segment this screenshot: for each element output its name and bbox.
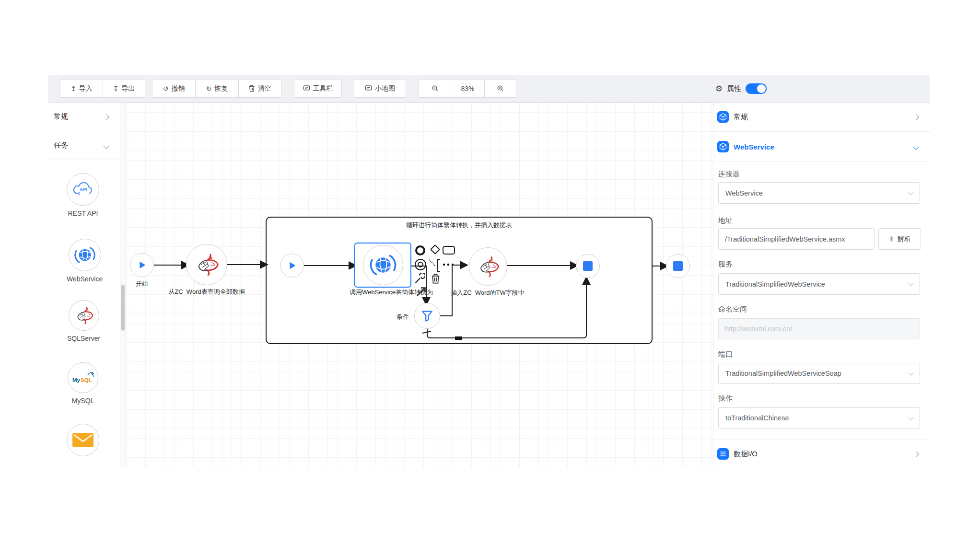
condition-node-label: 条件 (397, 313, 409, 321)
panel-section-webservice[interactable]: WebService (713, 132, 930, 162)
panel-section-data-io[interactable]: 数据I/O (713, 440, 930, 467)
insert-node-label: 插入ZC_Word的TW字段中 (451, 289, 525, 297)
chevron-down-icon (104, 141, 108, 150)
namespace-field-label: 命名空间 (718, 305, 747, 314)
port-select[interactable]: TraditionalSimplifiedWebServiceSoap (718, 363, 920, 384)
sidebar-section-tasks-label: 任务 (54, 141, 68, 150)
parse-button[interactable]: 解析 (878, 228, 921, 250)
mysql-logo-icon: My SQL (68, 362, 98, 393)
palette-item-email[interactable] (67, 424, 99, 456)
webservice-globe-icon (363, 245, 403, 285)
palette-circle-node-button[interactable] (415, 245, 425, 255)
minimap-label: 小地图 (375, 84, 395, 93)
chevron-right-icon (914, 113, 918, 121)
minimap-icon (365, 85, 372, 93)
play-icon (137, 260, 147, 270)
redo-label: 恢复 (214, 84, 228, 93)
toolbar-group-minimap: 小地图 (354, 80, 406, 98)
sidebar-section-general-label: 常规 (54, 112, 68, 121)
arrow-up-right-icon[interactable] (416, 286, 427, 297)
panel-section-general[interactable]: 常规 (713, 103, 930, 132)
import-button[interactable]: ↥ 导入 (60, 80, 103, 97)
zoom-out-button[interactable] (419, 80, 451, 97)
sqlserver-logo-icon (476, 254, 501, 279)
address-input[interactable] (718, 228, 875, 250)
flow-canvas[interactable]: 循环进行简体繁体转换，并插入数据表 (126, 103, 713, 467)
clear-label: 清空 (258, 84, 271, 93)
chevron-down-icon (908, 415, 913, 420)
redo-button[interactable]: ↻ 恢复 (195, 80, 238, 97)
namespace-input (718, 318, 920, 339)
sidebar-scrollbar[interactable] (120, 103, 126, 467)
undo-icon: ↺ (163, 85, 169, 92)
svg-text:SQL: SQL (81, 377, 92, 383)
parse-spark-icon (888, 236, 895, 242)
toolbar: ↥ 导入 ↧ 导出 ↺ 撤销 ↻ 恢复 清空 (48, 75, 930, 103)
connector-select[interactable]: WebService (718, 182, 920, 204)
palette-item-label: REST API (68, 209, 98, 217)
webservice-node-selected[interactable] (354, 243, 411, 288)
palette-item-rest-api[interactable]: API REST API (67, 173, 99, 217)
start-node[interactable] (130, 253, 154, 277)
wrench-icon[interactable] (414, 273, 425, 284)
zoom-in-icon (497, 85, 504, 93)
undo-button[interactable]: ↺ 撤销 (152, 80, 195, 97)
chevron-right-icon (914, 450, 918, 458)
sidebar-section-general[interactable]: 常规 (48, 103, 120, 131)
toolbar-group-io: ↥ 导入 ↧ 导出 (60, 80, 145, 98)
clear-button[interactable]: 清空 (238, 80, 281, 97)
palette-double-circle-button[interactable] (415, 259, 426, 270)
import-icon: ↥ (70, 85, 76, 92)
palette-item-sqlserver[interactable]: SQLServer (67, 300, 100, 342)
sqlserver-logo-icon (193, 251, 220, 278)
gear-icon: ⚙ (715, 84, 723, 94)
insert-sqlserver-node[interactable] (469, 247, 507, 286)
palette-item-label: WebService (67, 275, 103, 283)
end-node[interactable] (666, 254, 690, 278)
chevron-down-icon (914, 142, 918, 151)
connector-value: WebService (725, 189, 909, 197)
zoom-out-icon (432, 85, 439, 93)
svg-text:My: My (72, 377, 81, 383)
palette-item-label: SQLServer (67, 335, 100, 342)
start-node-label: 开始 (136, 279, 148, 288)
undo-label: 撤销 (172, 84, 185, 93)
export-icon: ↧ (113, 85, 119, 92)
parse-button-label: 解析 (898, 235, 911, 243)
loop-start-node[interactable] (280, 254, 304, 278)
condition-node[interactable] (414, 303, 440, 329)
workspace: 常规 任务 API REST API (48, 103, 930, 467)
toolbox-button[interactable]: 工具栏 (294, 80, 341, 97)
palette-bracket-button[interactable] (437, 259, 440, 272)
toolbar-group-zoom: 83% (419, 80, 516, 98)
operation-select[interactable]: toTraditionalChinese (718, 407, 920, 429)
zoom-level-value: 83% (461, 85, 474, 93)
chevron-right-icon (104, 113, 108, 121)
webservice-globe-icon (69, 239, 101, 271)
palette-item-mysql[interactable]: My SQL MySQL (68, 362, 98, 405)
loop-end-node[interactable] (576, 254, 600, 278)
svg-text:API: API (80, 186, 87, 192)
flow-edges (126, 103, 713, 467)
stop-icon (673, 261, 683, 271)
trash-icon[interactable] (431, 273, 441, 284)
export-button[interactable]: ↧ 导出 (103, 80, 145, 97)
palette-item-webservice[interactable]: WebService (67, 239, 103, 283)
properties-toggle[interactable] (746, 83, 767, 94)
query-sqlserver-node[interactable] (186, 244, 227, 285)
zoom-in-button[interactable] (484, 80, 516, 97)
import-label: 导入 (79, 84, 93, 93)
palette-rect-node-button[interactable] (443, 246, 455, 255)
node-palette-sidebar: 常规 任务 API REST API (48, 103, 120, 467)
sidebar-scrollbar-thumb[interactable] (121, 285, 125, 331)
minimap-button[interactable]: 小地图 (354, 80, 406, 97)
chevron-down-icon (908, 189, 913, 195)
service-select[interactable]: TraditionalSimplifiedWebService (718, 273, 920, 295)
panel-section-data-io-label: 数据I/O (734, 449, 758, 458)
port-value: TraditionalSimplifiedWebServiceSoap (725, 370, 909, 377)
sidebar-section-tasks[interactable]: 任务 (48, 131, 120, 160)
connector-field-label: 连接器 (718, 170, 740, 179)
panel-section-webservice-label: WebService (734, 143, 774, 151)
panel-section-general-label: 常规 (734, 113, 748, 122)
zoom-level[interactable]: 83% (451, 80, 484, 97)
